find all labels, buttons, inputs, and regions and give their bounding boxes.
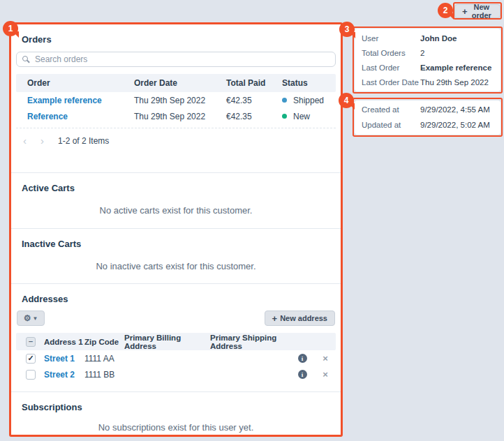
user-link[interactable]: John Doe: [420, 34, 494, 43]
chevron-down-icon: ▼: [32, 315, 38, 322]
new-order-button[interactable]: + New order: [454, 4, 501, 18]
addresses-title: Addresses: [22, 294, 330, 304]
updated-at-label: Updated at: [362, 121, 420, 129]
created-at-value: 9/29/2022, 4:55 AM: [420, 105, 494, 114]
order-date: Thu 29th Sep 2022: [123, 112, 215, 121]
plus-icon: +: [272, 314, 278, 323]
annotation-badge-4: 4: [339, 93, 354, 108]
address-link[interactable]: Street 1: [44, 354, 75, 364]
annotation-badge-1: 1: [3, 21, 18, 36]
info-icon[interactable]: i: [298, 370, 307, 379]
new-address-button[interactable]: + New address: [265, 311, 335, 326]
divider: [16, 128, 336, 128]
total-orders-label: Total Orders: [362, 49, 420, 57]
gear-icon: ⚙: [24, 314, 31, 322]
table-row: Street 1 1111 AA i ×: [16, 350, 336, 366]
customer-detail-page: + New order Orders Order Order Date Tota…: [0, 0, 504, 441]
last-order-link[interactable]: Example reference: [420, 63, 494, 72]
orders-pagination: ‹ › 1-2 of 2 Items: [23, 135, 336, 146]
summary-row: Last Order Example reference: [362, 60, 494, 75]
active-carts-title: Active Carts: [22, 183, 330, 193]
pagination-label: 1-2 of 2 Items: [58, 136, 109, 146]
col-order-date: Order Date: [123, 78, 215, 88]
annotation-badge-2: 2: [438, 3, 453, 18]
orders-title: Orders: [22, 34, 330, 45]
last-order-date-label: Last Order Date: [362, 78, 420, 87]
inactive-carts-title: Inactive Carts: [22, 239, 330, 249]
new-order-label: New order: [470, 3, 493, 20]
updated-at-value: 9/29/2022, 5:02 AM: [420, 121, 494, 129]
addresses-table: Address 1 Zip Code Primary Billing Addre…: [16, 333, 336, 382]
meta-row: Created at 9/29/2022, 4:55 AM: [362, 102, 494, 117]
annotation-badge-3: 3: [339, 22, 355, 37]
chevron-left-icon[interactable]: ‹: [23, 135, 27, 146]
orders-search-input[interactable]: [16, 52, 336, 67]
order-link[interactable]: Reference: [27, 112, 68, 121]
last-order-label: Last Order: [362, 63, 420, 72]
search-icon: [22, 56, 28, 61]
col-primary-shipping: Primary Shipping Address: [210, 334, 290, 350]
plus-icon: +: [462, 7, 468, 16]
table-row: Street 2 1111 BB i ×: [16, 366, 336, 382]
active-carts-empty-text: No active carts exist for this customer.: [16, 205, 336, 216]
total-orders-value: 2: [420, 49, 494, 57]
chevron-right-icon[interactable]: ›: [40, 135, 44, 146]
col-total-paid: Total Paid: [215, 78, 271, 88]
new-address-label: New address: [280, 314, 327, 322]
col-status: Status: [271, 78, 336, 88]
order-total: €42.35: [215, 112, 271, 121]
subscriptions-section: Subscriptions No subscriptions exist for…: [11, 391, 341, 441]
col-zip: Zip Code: [84, 338, 124, 346]
addresses-section: Addresses ⚙ ▼ + New address Address 1 Zi…: [11, 283, 341, 391]
timestamps-card: Created at 9/29/2022, 4:55 AM Updated at…: [355, 100, 501, 135]
table-row: Example reference Thu 29th Sep 2022 €42.…: [16, 92, 336, 108]
col-order: Order: [16, 78, 123, 88]
meta-row: Updated at 9/29/2022, 5:02 AM: [362, 117, 494, 133]
orders-search: [16, 52, 336, 67]
order-total: €42.35: [215, 96, 271, 105]
col-address1: Address 1: [44, 338, 84, 346]
subscriptions-empty-text: No subscriptions exist for this user yet…: [16, 422, 336, 433]
subscriptions-title: Subscriptions: [22, 402, 330, 412]
status-label: Shipped: [293, 96, 324, 105]
status-dot: [282, 114, 287, 119]
last-order-date-value: Thu 29th Sep 2022: [420, 78, 494, 87]
summary-row: User John Doe: [362, 31, 494, 45]
active-carts-section: Active Carts No active carts exist for t…: [11, 172, 341, 228]
orders-table-header: Order Order Date Total Paid Status: [16, 74, 336, 92]
summary-row: Last Order Date Thu 29th Sep 2022: [362, 75, 494, 89]
customer-detail-card: Orders Order Order Date Total Paid Statu…: [10, 23, 342, 436]
status-dot: [282, 98, 287, 103]
order-summary-card: User John Doe Total Orders 2 Last Order …: [355, 29, 501, 91]
col-primary-billing: Primary Billing Address: [124, 334, 210, 350]
addresses-settings-button[interactable]: ⚙ ▼: [17, 311, 45, 326]
delete-icon[interactable]: ×: [323, 370, 328, 379]
zip-value: 1111 AA: [84, 354, 124, 364]
orders-table: Order Order Date Total Paid Status Examp…: [16, 74, 336, 124]
order-link[interactable]: Example reference: [27, 96, 102, 105]
inactive-carts-empty-text: No inactive carts exist for this custome…: [16, 261, 336, 271]
summary-row: Total Orders 2: [362, 45, 494, 60]
orders-section: Orders Order Order Date Total Paid Statu…: [11, 34, 341, 172]
table-row: Reference Thu 29th Sep 2022 €42.35 New: [16, 108, 336, 124]
addresses-toolbar: ⚙ ▼ + New address: [17, 311, 335, 326]
created-at-label: Created at: [362, 105, 420, 114]
address-link[interactable]: Street 2: [44, 370, 75, 380]
order-date: Thu 29th Sep 2022: [123, 96, 215, 105]
row-checkbox[interactable]: [26, 354, 36, 364]
select-all-checkbox[interactable]: [26, 337, 36, 347]
row-checkbox[interactable]: [26, 370, 36, 380]
status-label: New: [293, 112, 310, 121]
addresses-table-header: Address 1 Zip Code Primary Billing Addre…: [16, 333, 336, 350]
zip-value: 1111 BB: [84, 370, 124, 380]
delete-icon[interactable]: ×: [323, 354, 328, 363]
info-icon[interactable]: i: [298, 354, 307, 363]
inactive-carts-section: Inactive Carts No inactive carts exist f…: [11, 228, 341, 283]
user-label: User: [362, 34, 420, 43]
